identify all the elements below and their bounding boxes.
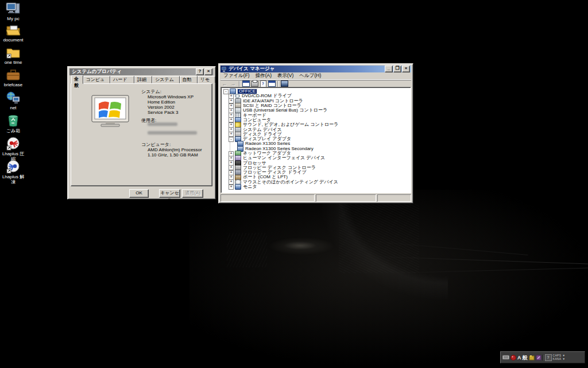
tab-advanced[interactable]: 詳細設定 xyxy=(134,76,152,83)
console-window-icon xyxy=(242,80,250,87)
ime-conversion-mode[interactable]: 般 xyxy=(523,355,528,361)
desktop-icon-briefcase[interactable]: briefcase xyxy=(0,69,26,87)
keyboard-icon[interactable] xyxy=(502,355,509,360)
collapse-icon[interactable]: - xyxy=(223,89,229,94)
network-icon xyxy=(6,91,21,105)
system-properties-window: システムのプロパティ ? × 全般 コンピュータ名 ハードウェア 詳細設定 シス… xyxy=(67,66,216,200)
menu-action[interactable]: 操作(A) xyxy=(253,72,274,79)
window-title: デバイス マネージャ xyxy=(229,66,384,72)
ime-ball-icon[interactable] xyxy=(510,355,516,361)
cpu-name: AMD Athlon(tm) Processor xyxy=(148,147,202,152)
service-pack: Service Pack 3 xyxy=(148,110,178,115)
tab-hardware[interactable]: ハードウェア xyxy=(110,76,134,83)
monitor-icon xyxy=(235,184,241,190)
show-console-tree-button[interactable] xyxy=(242,80,250,87)
wallpaper-cheek-streaks xyxy=(227,233,267,267)
desktop-icon-recycle-bin[interactable]: ごみ箱 xyxy=(0,114,26,133)
os-version: Version 2002 xyxy=(148,105,175,110)
apply-button[interactable]: 適用(A) xyxy=(182,189,203,198)
menu-help[interactable]: ヘルプ(H) xyxy=(296,72,324,79)
ok-button[interactable]: OK xyxy=(129,189,149,198)
tab-general[interactable]: 全般 xyxy=(71,75,83,84)
properties-button[interactable] xyxy=(268,80,276,87)
desktop-icon-label: My pc xyxy=(0,16,26,21)
tree-item-label: モニタ xyxy=(243,185,257,189)
close-button[interactable]: × xyxy=(402,66,410,72)
document-folder-icon xyxy=(6,24,21,37)
desktop-icon-document[interactable]: document xyxy=(0,24,26,43)
cancel-button[interactable]: キャンセル xyxy=(159,189,180,198)
lhaplus-compress-icon xyxy=(6,137,20,151)
tab-computer-name[interactable]: コンピュータ名 xyxy=(83,76,110,83)
minimize-button[interactable]: _ xyxy=(385,66,393,72)
status-pane xyxy=(220,194,315,202)
desktop-icon-one-time[interactable]: one time xyxy=(0,47,26,65)
expand-icon[interactable]: + xyxy=(229,185,234,190)
print-button[interactable] xyxy=(250,80,258,87)
back-button[interactable]: ← xyxy=(220,80,229,87)
ime-tools-icon[interactable] xyxy=(529,355,535,361)
wallpaper-fur-streaks xyxy=(339,204,419,273)
desktop-icon-label: document xyxy=(0,37,26,43)
printer-icon xyxy=(251,81,258,87)
device-manager-titlebar[interactable]: デバイス マネージャ _ ❐ × xyxy=(220,66,411,72)
help-button[interactable]: ? xyxy=(196,68,204,75)
cpu-speed-ram: 1.10 GHz, 1.50 GB RAM xyxy=(148,152,198,158)
ime-language-bar[interactable]: A 般 ? CAPS KANA ▼ ▼ xyxy=(500,351,585,363)
ime-separator xyxy=(543,355,544,361)
properties-help-button[interactable]: ? xyxy=(259,80,267,87)
ime-key-state[interactable]: CAPS KANA xyxy=(553,354,562,361)
wallpaper-cat-fur xyxy=(322,195,448,299)
briefcase-icon xyxy=(6,69,21,82)
wallpaper-cat-muzzle-spark xyxy=(284,241,316,250)
wallpaper-whisker xyxy=(373,256,588,264)
ime-input-mode[interactable]: A xyxy=(517,355,521,361)
os-name: Microsoft Windows XP xyxy=(148,94,194,99)
wallpaper-whisker xyxy=(390,267,588,273)
lhaplus-extract-icon xyxy=(6,160,20,174)
ime-pad-icon[interactable] xyxy=(536,355,541,361)
ime-help-icon[interactable]: ? xyxy=(545,354,552,361)
kana-indicator[interactable]: KANA xyxy=(553,358,562,361)
status-pane xyxy=(377,194,411,202)
window-title: システムのプロパティ xyxy=(72,68,195,75)
desktop-icon-my-pc[interactable]: My pc xyxy=(0,2,26,21)
tab-auto-update[interactable]: 自動更新 xyxy=(180,76,198,83)
general-tab-page: システム: Microsoft Windows XP Home Edition … xyxy=(71,83,212,186)
collapse-icon[interactable]: - xyxy=(229,137,234,142)
tab-system-restore[interactable]: システムの復元 xyxy=(152,76,179,83)
windows-logo-monitor-icon xyxy=(91,94,131,129)
forward-button[interactable]: → xyxy=(229,80,237,87)
menu-view[interactable]: 表示(V) xyxy=(274,72,296,79)
user-name-redacted xyxy=(148,122,177,126)
ime-options[interactable]: ▼ ▼ xyxy=(562,354,565,361)
toolbar-separator xyxy=(239,81,240,87)
toolbar-separator xyxy=(277,81,278,87)
tree-item[interactable]: + モニタ xyxy=(222,185,409,189)
menu-file[interactable]: ファイル(F) xyxy=(220,72,253,79)
desktop-icon-lhaplus-compress[interactable]: Lhaplus 圧縮 xyxy=(0,137,26,162)
maximize-button[interactable]: ❐ xyxy=(393,66,401,72)
chevron-down-icon[interactable]: ▼ xyxy=(562,358,565,361)
device-manager-menubar: ファイル(F) 操作(A) 表示(V) ヘルプ(H) xyxy=(220,72,411,80)
close-button[interactable]: × xyxy=(204,68,212,75)
device-manager-statusbar xyxy=(220,194,411,201)
wallpaper-whisker xyxy=(357,240,528,255)
device-manager-window: デバイス マネージャ _ ❐ × ファイル(F) 操作(A) 表示(V) ヘルプ… xyxy=(218,63,413,204)
desktop-icon-label: ごみ箱 xyxy=(0,128,26,133)
scan-hardware-button[interactable] xyxy=(280,80,288,87)
desktop-icon-label: one time xyxy=(0,60,26,65)
properties-window-icon xyxy=(268,80,276,87)
desktop-icon-net[interactable]: net xyxy=(0,91,26,110)
forward-arrow-icon: → xyxy=(231,81,236,87)
tree-item-label: マウスとそのほかのポインティング デバイス xyxy=(243,180,338,185)
desktop-icon-label: Lhaplus 解凍 xyxy=(0,174,26,185)
desktop: My pc document one time briefcase xyxy=(0,0,588,368)
tab-remote[interactable]: リモート xyxy=(198,76,215,83)
device-tree-area[interactable]: - OFFICE + DVD/CD-ROM ドライブ + IDE ATA/ATA… xyxy=(220,87,411,193)
desktop-icon-label: briefcase xyxy=(0,82,26,87)
user-id-redacted xyxy=(148,131,197,135)
desktop-icon-lhaplus-extract[interactable]: Lhaplus 解凍 xyxy=(0,160,26,185)
os-edition: Home Edition xyxy=(148,99,175,105)
system-properties-titlebar[interactable]: システムのプロパティ ? × xyxy=(69,68,214,75)
